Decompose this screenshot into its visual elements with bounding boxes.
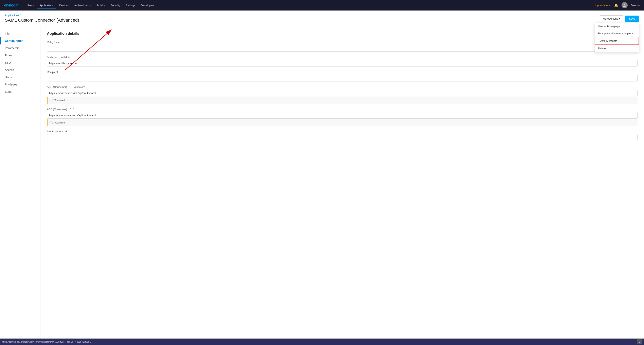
- header-actions: More Actions Save Vendor HomepageReapply…: [600, 14, 639, 22]
- status-url: https://boxyhq-dev.onelogin.com/saml/met…: [2, 341, 90, 343]
- section-title: Application details: [47, 31, 638, 36]
- more-actions-label: More Actions: [603, 17, 618, 20]
- sidebar-item-sso[interactable]: SSO: [0, 59, 40, 66]
- top-navigation: onelogin UsersApplicationsDevicesAuthent…: [0, 0, 644, 10]
- dropdown-item-saml-metadata[interactable]: SAML Metadata: [595, 37, 639, 45]
- nav-item-activity[interactable]: Activity: [94, 2, 108, 8]
- label-acs_url: ACS (Consumer) URL*: [47, 108, 638, 111]
- nav-item-developers[interactable]: Developers: [138, 2, 157, 8]
- required-notice-acs_validator: i*Required.: [47, 97, 638, 104]
- input-acs_validator[interactable]: [47, 90, 638, 96]
- upgrade-button[interactable]: Upgrade now: [596, 4, 611, 7]
- label-relay_state: RelayState: [47, 41, 638, 44]
- info-icon: i: [50, 121, 53, 124]
- status-icon[interactable]: ?: [637, 339, 642, 344]
- sidebar-item-rules[interactable]: Rules: [0, 52, 40, 59]
- label-recipient: Recipient: [47, 70, 638, 73]
- sidebar-item-privileges[interactable]: Privileges: [0, 81, 40, 88]
- form-group-relay_state: RelayState: [47, 41, 638, 51]
- required-notice-acs_url: i*Required: [47, 119, 638, 126]
- nav-items-container: UsersApplicationsDevicesAuthenticationAc…: [24, 2, 596, 8]
- nav-item-settings[interactable]: Settings: [124, 2, 138, 8]
- content-area: Application details RelayStateAudience (…: [40, 26, 644, 345]
- nav-item-authentication[interactable]: Authentication: [72, 2, 93, 8]
- input-recipient[interactable]: [47, 75, 638, 81]
- input-relay_state[interactable]: [47, 45, 638, 51]
- user-name-label[interactable]: Deepak: [631, 4, 640, 7]
- label-audience: Audience (EntityID): [47, 55, 638, 59]
- nav-item-security[interactable]: Security: [108, 2, 122, 8]
- page-header: Applications / SAML Custom Connector (Ad…: [0, 10, 644, 26]
- dropdown-item-delete[interactable]: Delete: [595, 45, 639, 52]
- label-single_logout_url: Single Logout URL: [47, 130, 638, 133]
- form-group-acs_url: ACS (Consumer) URL*i*Required: [47, 108, 638, 126]
- required-text: *Required: [54, 121, 65, 124]
- svg-point-1: [623, 6, 626, 7]
- notifications-icon[interactable]: 🔔: [614, 3, 618, 7]
- more-actions-button[interactable]: More Actions: [600, 15, 623, 22]
- sidebar-item-access[interactable]: Access: [0, 66, 40, 73]
- label-acs_validator: ACS (Consumer) URL Validator*: [47, 85, 638, 88]
- nav-right-section: Upgrade now 🔔 Deepak: [596, 2, 640, 8]
- page-title: SAML Custom Connector (Advanced): [5, 17, 79, 26]
- more-actions-dropdown: Vendor HomepageReapply entitlement mappi…: [595, 23, 639, 52]
- main-layout: InfoConfigurationParametersRulesSSOAcces…: [0, 26, 644, 345]
- status-bar: https://boxyhq-dev.onelogin.com/saml/met…: [0, 339, 644, 345]
- form-group-acs_validator: ACS (Consumer) URL Validator*i*Required.: [47, 85, 638, 104]
- input-single_logout_url[interactable]: [47, 134, 638, 141]
- brand-logo[interactable]: onelogin: [4, 3, 18, 7]
- avatar: [622, 2, 628, 8]
- save-button[interactable]: Save: [625, 15, 639, 22]
- chevron-down-icon: [619, 17, 620, 20]
- form-group-single_logout_url: Single Logout URL: [47, 130, 638, 141]
- dropdown-item-vendor-homepage[interactable]: Vendor Homepage: [595, 23, 639, 30]
- info-icon: i: [50, 99, 53, 102]
- sidebar-item-setup[interactable]: Setup: [0, 88, 40, 95]
- input-acs_url[interactable]: [47, 112, 638, 119]
- form-group-audience: Audience (EntityID): [47, 55, 638, 66]
- sidebar-item-configuration[interactable]: Configuration: [0, 37, 40, 44]
- nav-item-users[interactable]: Users: [24, 2, 36, 8]
- input-audience[interactable]: [47, 60, 638, 66]
- sidebar-item-users[interactable]: Users: [0, 73, 40, 81]
- sidebar: InfoConfigurationParametersRulesSSOAcces…: [0, 26, 40, 345]
- form-group-recipient: Recipient: [47, 70, 638, 81]
- dropdown-item-reapply-entitlement-mappings[interactable]: Reapply entitlement mappings: [595, 30, 639, 37]
- breadcrumb[interactable]: Applications /: [5, 14, 79, 17]
- nav-item-devices[interactable]: Devices: [57, 2, 71, 8]
- svg-point-0: [624, 4, 626, 5]
- sidebar-item-parameters[interactable]: Parameters: [0, 44, 40, 52]
- nav-item-applications[interactable]: Applications: [37, 2, 56, 8]
- sidebar-item-info[interactable]: Info: [0, 30, 40, 37]
- required-text: *Required.: [54, 99, 66, 102]
